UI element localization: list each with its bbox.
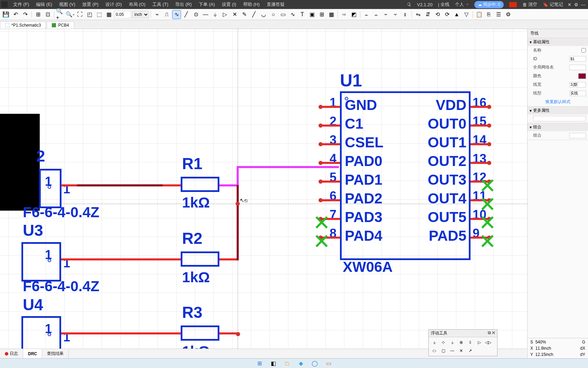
wire-selected[interactable] xyxy=(219,184,238,186)
clear-button[interactable]: 🗑清空 xyxy=(520,1,540,8)
tool-image-icon[interactable]: ▣ xyxy=(307,10,316,19)
tool-drc-icon[interactable]: ◩ xyxy=(349,10,358,19)
menu-view[interactable]: 视图 (V) xyxy=(56,1,79,8)
menu-settings[interactable]: 设置 (I) xyxy=(218,1,240,8)
undo-icon[interactable]: ↶ xyxy=(11,10,20,19)
tool-netclass-icon[interactable]: ⎃ xyxy=(340,10,349,19)
tool-text-icon[interactable]: T xyxy=(298,10,307,19)
close-icon[interactable]: ✕ xyxy=(566,1,573,8)
zoom-region-icon[interactable]: ◰ xyxy=(85,10,94,19)
taskbar-app1-icon[interactable]: ◧ xyxy=(268,360,278,367)
tool-sheet-icon[interactable]: ▦ xyxy=(327,10,336,19)
ft-plus-icon[interactable]: ⊕ xyxy=(457,339,465,346)
unit-select[interactable]: inch xyxy=(132,11,149,18)
align-left-icon[interactable]: ⫠ xyxy=(362,10,371,19)
personal-label[interactable]: 个人 xyxy=(452,1,472,8)
tool-rect-icon[interactable]: ▭ xyxy=(278,10,287,19)
tool-junction-icon[interactable]: ⊙ xyxy=(191,10,200,19)
u4-body[interactable] xyxy=(21,316,61,349)
prop-id-input[interactable] xyxy=(569,56,586,62)
ft-down-icon[interactable]: ⇩ xyxy=(466,339,474,346)
taskbar-ppt-icon[interactable]: ▭ xyxy=(323,360,334,367)
r1-body[interactable] xyxy=(181,177,219,192)
group-combination[interactable]: ▾ 组合 xyxy=(528,123,588,131)
tab-schematic[interactable]: *P1.Schematic3 xyxy=(0,21,46,29)
ft-ellipse-icon[interactable]: ⬭ xyxy=(430,347,438,355)
pin-wire[interactable] xyxy=(321,143,340,145)
flip-h-icon[interactable]: ⇋ xyxy=(414,10,423,19)
flip-v-icon[interactable]: ⇵ xyxy=(423,10,432,19)
bring-front-icon[interactable]: ▲ xyxy=(452,10,461,19)
wire[interactable] xyxy=(61,184,77,186)
ft-curve-icon[interactable]: ↗ xyxy=(466,347,474,355)
zoom-out-icon[interactable]: 🔍- xyxy=(66,10,75,19)
notes-button[interactable]: 🔖记笔记 xyxy=(540,1,566,8)
tool-noconnect-icon[interactable]: ✕ xyxy=(230,10,239,19)
prop-group-input[interactable] xyxy=(569,133,586,138)
taskbar-start-icon[interactable]: ⊞ xyxy=(254,360,265,367)
prop-width-input[interactable] xyxy=(569,82,586,88)
wire[interactable] xyxy=(163,184,181,186)
wire[interactable] xyxy=(77,184,163,186)
tool-table-icon[interactable]: ⊞ xyxy=(317,10,326,19)
ft-x-icon[interactable]: ✕ xyxy=(457,347,465,355)
send-back-icon[interactable]: ▽ xyxy=(462,10,471,19)
tab-pcb[interactable]: PCB4 xyxy=(47,21,74,29)
minimize-icon[interactable]: — xyxy=(580,1,587,8)
wire[interactable] xyxy=(61,258,181,260)
wire[interactable] xyxy=(219,332,238,334)
wire-selected[interactable] xyxy=(237,166,339,168)
menu-design[interactable]: 设计 (D) xyxy=(102,1,125,8)
ft-bus-icon[interactable]: ⏚ xyxy=(430,339,438,346)
gear-icon[interactable]: ⚙ xyxy=(573,1,580,8)
ft-junction-icon[interactable]: ⊹ xyxy=(439,339,447,346)
pin-wire[interactable] xyxy=(321,162,340,164)
tool-line-icon[interactable]: ╱ xyxy=(249,10,258,19)
ft-port2-icon[interactable]: ◁▷ xyxy=(484,339,492,346)
menu-layout[interactable]: 布局 (O) xyxy=(125,1,149,8)
floating-toolbox[interactable]: 浮动工具 ⧉ ✕ ⏚ ⊹ ⏚ ⊕ ⇩ ▷ ◁▷ ⬭ ▢ — ✕ ↗ xyxy=(428,329,497,356)
reset-style-link[interactable]: 恢复默认样式 xyxy=(528,98,588,106)
pin-wire[interactable] xyxy=(321,106,340,108)
pin-wire[interactable] xyxy=(471,143,489,145)
tool-port-icon[interactable]: ▷ xyxy=(220,10,229,19)
tool-netlabel-icon[interactable]: — xyxy=(201,10,210,19)
float-pin-icon[interactable]: ⧉ xyxy=(488,330,491,335)
zoom-in-icon[interactable]: 🔍+ xyxy=(56,10,65,19)
tool-power-icon[interactable]: ⏚ xyxy=(211,10,220,19)
ft-gnd-icon[interactable]: ⏚ xyxy=(448,339,456,346)
distribute-h-icon[interactable]: ⫾ xyxy=(401,10,410,19)
settings2-icon[interactable]: ☰ xyxy=(494,10,503,19)
status-log[interactable]: 日志 xyxy=(0,349,23,358)
tool-arc-icon[interactable]: ◡ xyxy=(259,10,268,19)
wire[interactable] xyxy=(61,332,181,334)
ft-rect-icon[interactable]: ▢ xyxy=(439,347,447,355)
status-drc[interactable]: DRC xyxy=(23,349,42,358)
menu-file[interactable]: 文件 (F) xyxy=(10,1,32,8)
align-top-icon[interactable]: ⫟ xyxy=(381,10,390,19)
gear2-icon[interactable]: ⚙ xyxy=(504,10,513,19)
search-icon[interactable] xyxy=(404,2,414,7)
ft-port-icon[interactable]: ▷ xyxy=(475,339,483,346)
menu-place[interactable]: 放置 (P) xyxy=(79,1,102,8)
prop-more-input[interactable] xyxy=(533,116,586,121)
prop-color-swatch[interactable] xyxy=(578,73,586,79)
group-basic[interactable]: ▾ 基础属性 xyxy=(528,38,588,46)
tool-resistor-icon[interactable]: ⎍ xyxy=(162,10,171,19)
status-find[interactable]: 查找结果 xyxy=(42,349,69,358)
grid-icon[interactable]: ▦ xyxy=(104,10,113,19)
tool-bus-icon[interactable]: ╱ xyxy=(182,10,191,19)
tool-bezier-icon[interactable]: ∿ xyxy=(288,10,297,19)
taskbar-edge-icon[interactable]: ◯ xyxy=(310,360,320,367)
grid-toggle-icon[interactable]: ⊡ xyxy=(43,10,52,19)
zoom-fit-icon[interactable]: ⛶ xyxy=(75,10,84,19)
ft-line-icon[interactable]: — xyxy=(448,347,456,355)
copy-icon[interactable]: ⎘ xyxy=(484,10,493,19)
redo-icon[interactable]: ↷ xyxy=(21,10,30,19)
menu-export[interactable]: 导出 (R) xyxy=(172,1,195,8)
pin-wire[interactable] xyxy=(471,162,489,164)
prop-name-check[interactable] xyxy=(581,48,586,53)
pin-wire[interactable] xyxy=(321,125,340,127)
align-bottom-icon[interactable]: ⫟ xyxy=(391,10,400,19)
prop-style-input[interactable] xyxy=(569,91,586,96)
